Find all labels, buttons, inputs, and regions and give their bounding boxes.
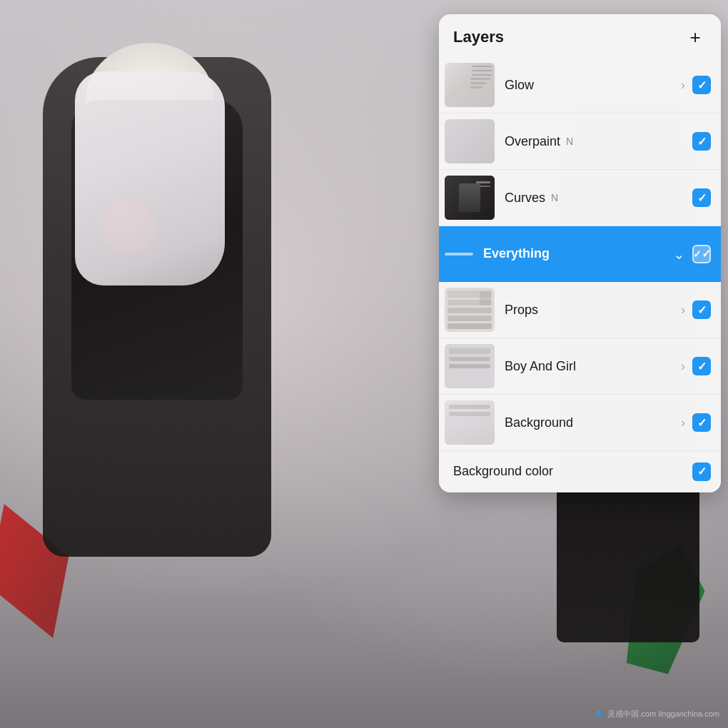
layer-thumbnail-curves [445, 176, 495, 220]
layer-name-props: Props [505, 303, 681, 318]
layer-info-props: Props [505, 303, 681, 318]
layer-thumbnail-boy-and-girl [445, 344, 495, 388]
layer-info-curves: Curves N [505, 191, 692, 206]
layer-actions-boy-and-girl: › [681, 357, 711, 375]
layer-name-overpaint: Overpaint [505, 134, 560, 149]
layer-visibility-checkbox-glow[interactable] [692, 76, 711, 94]
layer-item-boy-and-girl[interactable]: Boy And Girl › [439, 338, 721, 395]
layer-visibility-checkbox-overpaint[interactable] [692, 132, 711, 151]
layer-visibility-checkbox-curves[interactable] [692, 188, 711, 207]
layer-actions-overpaint [692, 132, 711, 151]
layer-name-boy-and-girl: Boy And Girl [505, 359, 681, 374]
chevron-right-icon-glow: › [681, 78, 685, 93]
layer-mode-curves: N [551, 192, 558, 203]
chevron-right-icon-boy-and-girl: › [681, 359, 685, 374]
chevron-down-icon-everything: ⌄ [673, 246, 685, 263]
layer-actions-background-color [692, 462, 711, 481]
layer-info-background-color: Background color [453, 464, 692, 479]
layer-mode-overpaint: N [566, 136, 573, 147]
layer-item-props[interactable]: Props › [439, 282, 721, 338]
layer-visibility-checkbox-background-color[interactable] [692, 462, 711, 481]
layer-info-overpaint: Overpaint N [505, 134, 692, 149]
layer-item-glow[interactable]: Glow › [439, 57, 721, 113]
layer-actions-props: › [681, 300, 711, 319]
layers-header: Layers + [439, 14, 721, 57]
layer-visibility-checkbox-everything[interactable]: ✓ [692, 245, 711, 263]
watermark-text: 🔷 灵感中国.com lingganchina.com [595, 709, 719, 718]
add-layer-button[interactable]: + [684, 26, 707, 49]
layer-info-background: Background [505, 415, 681, 430]
chevron-right-icon-props: › [681, 303, 685, 318]
everything-progress-bar [445, 253, 473, 256]
layer-actions-curves [692, 188, 711, 207]
layer-name-background-color: Background color [453, 464, 692, 479]
layer-thumbnail-props [445, 288, 495, 332]
chevron-right-icon-background: › [681, 415, 685, 430]
layer-name-glow: Glow [505, 78, 534, 93]
layer-info-everything: Everything [483, 246, 673, 261]
layer-actions-everything: ⌄ ✓ [673, 245, 711, 263]
layer-info-boy-and-girl: Boy And Girl [505, 359, 681, 374]
layer-item-everything[interactable]: Everything ⌄ ✓ [439, 226, 721, 282]
layer-item-background-color[interactable]: Background color [439, 451, 721, 492]
layer-name-curves: Curves [505, 191, 545, 206]
watermark: 🔷 灵感中国.com lingganchina.com [595, 709, 719, 719]
layers-panel-title: Layers [453, 28, 504, 46]
layer-actions-glow: › [681, 76, 711, 94]
layer-item-overpaint[interactable]: Overpaint N [439, 113, 721, 170]
layer-name-everything: Everything [483, 246, 550, 261]
layer-item-curves[interactable]: Curves N [439, 170, 721, 226]
layer-name-background: Background [505, 415, 681, 430]
layer-thumbnail-glow [445, 63, 495, 107]
layers-panel: Layers + Glow [439, 14, 721, 492]
layer-thumbnail-overpaint [445, 119, 495, 163]
layer-info-glow: Glow [505, 78, 681, 93]
layer-visibility-checkbox-background[interactable] [692, 413, 711, 432]
layer-visibility-checkbox-props[interactable] [692, 300, 711, 319]
layer-actions-background: › [681, 413, 711, 432]
layer-visibility-checkbox-boy-and-girl[interactable] [692, 357, 711, 375]
layer-item-background[interactable]: Background › [439, 395, 721, 451]
layers-list: Glow › Overpaint N [439, 57, 721, 492]
layer-thumbnail-background [445, 400, 495, 445]
